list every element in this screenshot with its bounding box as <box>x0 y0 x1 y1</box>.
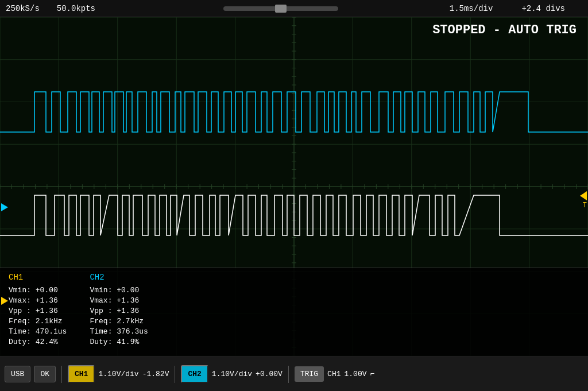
trigger-level-marker <box>580 191 587 200</box>
ch1-freq: Freq: 2.1kHz <box>9 317 67 326</box>
ch2-vdiv: 1.10V/div <box>212 370 252 378</box>
usb-button[interactable]: USB <box>5 366 30 382</box>
ok-button[interactable]: OK <box>34 366 56 382</box>
trigger-slider-thumb[interactable] <box>275 5 287 13</box>
trig-slope-icon: ⌐ <box>370 370 375 378</box>
ch1-offset: -1.82V <box>142 370 169 378</box>
stopped-status: STOPPED - AUTO TRIG <box>432 23 577 37</box>
divider-1 <box>61 366 62 383</box>
trig-level: 1.00V <box>345 370 367 378</box>
status-bar: USB OK CH1 1.10V/div -1.82V CH2 1.10V/di… <box>0 357 588 391</box>
ch1-time: Time: 470.1us <box>9 327 67 336</box>
ch1-measurements: CH1 Vmin: +0.00 Vmax: +1.36 Vpp : +1.36 … <box>9 273 67 352</box>
position: +2.4 divs <box>521 4 565 13</box>
ch1-duty: Duty: 42.4% <box>9 338 67 346</box>
ch1-vmin: Vmin: +0.00 <box>9 286 67 295</box>
trig-ch: CH1 <box>327 370 341 378</box>
sample-rate: 250kS/s <box>6 4 40 13</box>
ch2-waveform <box>0 195 588 235</box>
top-right-params: 1.5ms/div +2.4 divs <box>450 4 582 13</box>
divider-2 <box>175 366 175 383</box>
ch2-freq: Freq: 2.7kHz <box>90 317 148 326</box>
ch1-button[interactable]: CH1 <box>68 365 95 383</box>
ch2-vpp: Vpp : +1.36 <box>90 307 148 315</box>
memory-depth: 50.0kpts <box>57 4 95 13</box>
divider-3 <box>288 366 289 383</box>
top-bar: 250kS/s 50.0kpts 1.5ms/div +2.4 divs <box>0 0 588 17</box>
time-div: 1.5ms/div <box>450 4 493 13</box>
trigger-slider[interactable] <box>223 6 338 11</box>
ch1-vdiv: 1.10V/div <box>98 370 138 378</box>
ch1-meas-label: CH1 <box>9 273 67 282</box>
ch2-offset: +0.00V <box>256 370 283 378</box>
ch2-duty: Duty: 41.9% <box>90 338 148 346</box>
ch1-ground-marker <box>1 297 8 305</box>
ch2-vmin: Vmin: +0.00 <box>90 286 148 295</box>
ch2-measurements: CH2 Vmin: +0.00 Vmax: +1.36 Vpp : +1.36 … <box>90 273 148 352</box>
ch1-trigger-marker <box>1 203 8 211</box>
measurements-panel: CH1 Vmin: +0.00 Vmax: +1.36 Vpp : +1.36 … <box>0 268 588 357</box>
trigger-position-control[interactable] <box>113 6 450 11</box>
trigger-t-label: T <box>583 202 587 210</box>
ch1-waveform <box>0 92 588 132</box>
ch1-vmax: Vmax: +1.36 <box>9 296 67 305</box>
ch2-meas-label: CH2 <box>90 273 148 282</box>
ch2-button[interactable]: CH2 <box>181 365 208 383</box>
ch2-vmax: Vmax: +1.36 <box>90 296 148 305</box>
oscilloscope-display: 250kS/s 50.0kpts 1.5ms/div +2.4 divs STO… <box>0 0 588 391</box>
ch1-vpp: Vpp : +1.36 <box>9 307 67 315</box>
ch2-time: Time: 376.3us <box>90 327 148 336</box>
trig-label: TRIG <box>295 366 324 382</box>
